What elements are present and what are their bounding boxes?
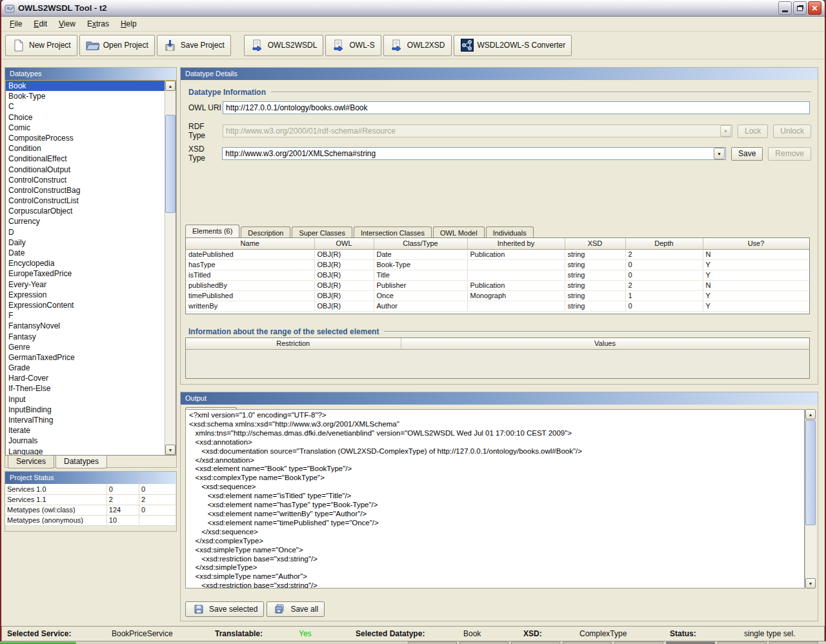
title-bar[interactable]: OWLS2WSDL Tool - t2 ✕ <box>1 0 825 17</box>
menu-help[interactable]: Help <box>115 17 143 30</box>
list-item-encyclopedia[interactable]: Encyclopedia <box>6 258 165 268</box>
menu-view[interactable]: View <box>53 17 81 30</box>
list-item-every-year[interactable]: Every-Year <box>6 279 165 290</box>
toolbar-wsdl2owl-s-converter[interactable]: WSDL2OWL-S Converter <box>454 35 572 56</box>
taskbar-window-button[interactable] <box>408 641 457 644</box>
menu-extras[interactable]: Extras <box>81 17 115 30</box>
table-row[interactable]: datePublishedOBJ(R)DatePublicationstring… <box>186 249 809 259</box>
save-button[interactable]: Save <box>731 147 763 161</box>
column-header-name[interactable]: Name <box>186 238 314 249</box>
scrollbar-thumb[interactable] <box>805 420 816 525</box>
list-item-book[interactable]: Book <box>6 81 165 91</box>
tab-intersection-classes[interactable]: Intersection Classes <box>354 226 432 237</box>
taskbar-window-button[interactable] <box>614 641 663 644</box>
list-item-expressioncontent[interactable]: ExpressionContent <box>6 300 165 310</box>
list-item-condition[interactable]: Condition <box>6 143 165 154</box>
list-item-f[interactable]: F <box>6 310 165 321</box>
list-item-comic[interactable]: Comic <box>6 123 165 133</box>
column-header-class-type[interactable]: Class/Type <box>374 238 467 249</box>
owl-uri-input[interactable] <box>223 101 810 114</box>
taskbar-window-button[interactable] <box>769 641 818 644</box>
scroll-up-icon[interactable]: ▲ <box>165 81 176 91</box>
remove-button[interactable]: Remove <box>768 147 811 161</box>
tab-services[interactable]: Services <box>8 456 54 468</box>
tab-individuals[interactable]: Individuals <box>486 226 534 237</box>
taskbar-window-button[interactable] <box>511 641 560 644</box>
rdf-type-combobox[interactable]: http://www.w3.org/2000/01/rdf-schema#Res… <box>223 125 732 137</box>
list-item-daily[interactable]: Daily <box>6 237 165 248</box>
chevron-down-icon[interactable]: ▼ <box>714 148 725 159</box>
save-selected-button[interactable]: Save selected <box>185 601 264 617</box>
toolbar-owls2wsdl[interactable]: OWLS2WSDL <box>244 35 324 56</box>
table-row[interactable]: publishedByOBJ(R)PublisherPublicationstr… <box>186 280 809 290</box>
list-item-grade[interactable]: Grade <box>6 363 165 373</box>
toolbar-open-project[interactable]: Open Project <box>79 35 155 56</box>
restore-button[interactable] <box>793 1 807 15</box>
tab-description[interactable]: Description <box>241 226 290 237</box>
list-item-d[interactable]: D <box>6 227 165 237</box>
list-item-controlconstruct[interactable]: ControlConstruct <box>6 175 165 185</box>
column-header-restriction[interactable]: Restriction <box>186 338 401 349</box>
table-row[interactable]: isTitledOBJ(R)Titlestring0Y <box>186 270 809 280</box>
close-button[interactable]: ✕ <box>808 1 821 15</box>
list-item-genre[interactable]: Genre <box>6 342 165 352</box>
list-item-fantansynovel[interactable]: FantansyNovel <box>6 321 165 331</box>
list-item-journals[interactable]: Journals <box>6 436 165 446</box>
table-row[interactable]: timePublishedOBJ(R)OnceMonographstring1Y <box>186 290 809 301</box>
tab-owl-model[interactable]: OWL Model <box>433 226 485 237</box>
list-item-date[interactable]: Date <box>6 248 165 258</box>
list-item-intervalthing[interactable]: IntervalThing <box>6 415 165 425</box>
lock-button[interactable]: Lock <box>738 125 768 138</box>
minimize-button[interactable] <box>778 1 792 15</box>
column-header-use[interactable]: Use? <box>703 238 809 249</box>
list-item-iterate[interactable]: Iterate <box>6 425 165 436</box>
list-item-inputbinding[interactable]: InputBinding <box>6 405 165 415</box>
list-item-input[interactable]: Input <box>6 394 165 405</box>
datatypes-scrollbar[interactable]: ▲ ▼ <box>165 81 176 455</box>
menu-file[interactable]: File <box>4 17 28 30</box>
list-item-germantaxedprice[interactable]: GermanTaxedPrice <box>6 352 165 363</box>
list-item-if-then-else[interactable]: If-Then-Else <box>6 383 165 394</box>
table-row[interactable]: hasTypeOBJ(R)Book-Typestring0Y <box>186 259 809 270</box>
column-header-xsd[interactable]: XSD <box>565 238 625 249</box>
list-item-book-type[interactable]: Book-Type <box>6 91 165 101</box>
scroll-down-icon[interactable]: ▼ <box>805 578 816 589</box>
taskbar-window-button[interactable] <box>459 641 509 644</box>
column-header-values[interactable]: Values <box>401 338 809 349</box>
tab-datatypes[interactable]: Datatypes <box>55 456 107 468</box>
list-item-conditionaloutput[interactable]: ConditionalOutput <box>6 165 165 175</box>
table-row[interactable]: writtenByOBJ(R)Authorstring0Y <box>186 301 809 311</box>
list-item-controlconstructlist[interactable]: ControlConstructList <box>6 196 165 206</box>
scroll-up-icon[interactable]: ▲ <box>805 409 816 419</box>
output-scrollbar[interactable]: ▲ ▼ <box>805 409 816 589</box>
column-header-inherited-by[interactable]: Inherited by <box>467 238 565 249</box>
scroll-down-icon[interactable]: ▼ <box>165 445 176 455</box>
list-item-c[interactable]: C <box>6 101 165 112</box>
scrollbar-thumb[interactable] <box>165 115 176 213</box>
taskbar-window-button[interactable] <box>563 641 612 644</box>
list-item-conditionaleffect[interactable]: ConditionalEffect <box>6 154 165 164</box>
toolbar-new-project[interactable]: New Project <box>5 35 77 56</box>
unlock-button[interactable]: Unlock <box>773 125 811 138</box>
toolbar-save-project[interactable]: Save Project <box>157 35 231 56</box>
chevron-down-icon[interactable]: ▼ <box>720 125 731 137</box>
list-item-expression[interactable]: Expression <box>6 290 165 300</box>
xml-output[interactable]: <?xml version="1.0" encoding="UTF-8"?> <… <box>185 409 805 589</box>
taskbar-window-button[interactable] <box>718 641 767 644</box>
list-item-corpuscularobject[interactable]: CorpuscularObject <box>6 206 165 216</box>
tab-super-classes[interactable]: Super Classes <box>292 226 352 237</box>
list-item-currency[interactable]: Currency <box>6 216 165 226</box>
toolbar-owl2xsd[interactable]: OWL2XSD <box>383 35 452 56</box>
list-item-choice[interactable]: Choice <box>6 112 165 123</box>
list-item-compositeprocess[interactable]: CompositeProcess <box>6 133 165 143</box>
list-item-language[interactable]: Language <box>6 447 165 455</box>
list-item-fantasy[interactable]: Fantasy <box>6 332 165 342</box>
taskbar-window-button-active[interactable] <box>666 641 715 644</box>
list-item-europetaxedprice[interactable]: EuropeTaxedPrice <box>6 268 165 279</box>
menu-edit[interactable]: Edit <box>28 17 53 30</box>
start-button[interactable] <box>0 641 76 644</box>
list-item-hard-cover[interactable]: Hard-Cover <box>6 373 165 383</box>
column-header-depth[interactable]: Depth <box>625 238 703 249</box>
column-header-owl[interactable]: OWL <box>314 238 374 249</box>
tab-elements-6[interactable]: Elements (6) <box>185 225 239 237</box>
